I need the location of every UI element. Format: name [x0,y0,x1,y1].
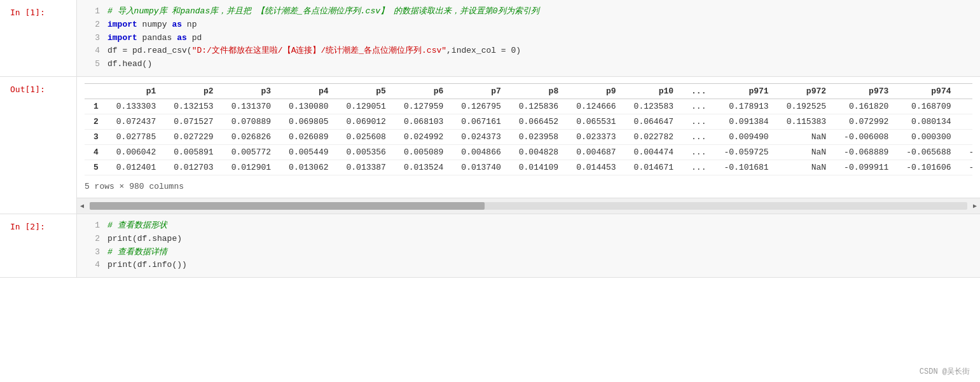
cell-1-p972: 0.192525 [778,99,835,114]
cell-4-p1: 0.006042 [107,144,165,160]
col-header-p973: p973 [835,83,897,99]
cell-2-p975: 0.085091 [960,114,972,129]
line-code-3: import pandas as pd [107,32,202,45]
cell-1-p971: 0.178913 [715,99,777,114]
cell-2-p3: 0.070889 [223,114,280,129]
code-block-2: 1 # 查看数据形状 2 print(df.shape) 3 # 查看数据详情 … [77,214,980,277]
cell-4-p5: 0.005356 [338,144,395,160]
cell-content-in2: 1 # 查看数据形状 2 print(df.shape) 3 # 查看数据详情 … [76,214,980,277]
line-num-3: 3 [85,32,100,45]
cell-3-p9: 0.023373 [567,129,625,144]
row-idx-3: 3 [85,129,107,144]
cell-3-p971: 0.009490 [715,129,777,144]
code-line-1: 1 # 导入numpy库 和pandas库，并且把 【统计潮差_各点位潮位序列.… [85,5,972,18]
cell-4-p7: 0.004866 [452,144,509,160]
cell-3-p7: 0.024373 [452,129,509,144]
scrollbar-track[interactable] [90,202,967,210]
table-row: 5 0.012401 0.012703 0.012901 0.013062 0.… [85,160,972,175]
line-num-22: 2 [85,233,100,246]
cell-3-p6: 0.024992 [395,129,452,144]
cell-4-ellipsis: ... [682,144,715,160]
cell-input-1: In [1]: 1 # 导入numpy库 和pandas库，并且把 【统计潮差_… [0,0,980,77]
line-code-4: df = pd.read_csv("D:/文件都放在这里啦/【A连接】/统计潮差… [107,44,521,58]
cell-5-p972: NaN [778,160,835,175]
line-code-2: import numpy as np [107,18,197,32]
cell-2-p2: 0.071527 [165,114,222,129]
cell-3-p972: NaN [778,129,835,144]
cell-4-p6: 0.005089 [395,144,452,160]
cell-content-in1: 1 # 导入numpy库 和pandas库，并且把 【统计潮差_各点位潮位序列.… [76,0,980,76]
col-header-p5: p5 [338,83,395,99]
cell-3-p974: 0.000300 [897,129,960,144]
cell-3-ellipsis: ... [682,129,715,144]
cell-2-p6: 0.068103 [395,114,452,129]
cell-3-p8: 0.023958 [510,129,567,144]
scroll-right-arrow[interactable]: ▶ [970,201,980,211]
code-line-24: 4 print(df.info()) [85,259,972,272]
col-header-p10: p10 [625,83,682,99]
cell-5-p9: 0.014453 [567,160,625,175]
cell-1-p4: 0.130080 [280,99,337,114]
cell-1-p5: 0.129051 [338,99,395,114]
cell-2-p1: 0.072437 [107,114,165,129]
horizontal-scrollbar[interactable]: ◀ ▶ [77,198,980,214]
cell-2-p4: 0.069805 [280,114,337,129]
cell-5-p973: -0.099911 [835,160,897,175]
cell-4-p8: 0.004828 [510,144,567,160]
code-line-2: 2 import numpy as np [85,18,972,32]
cell-1-p1: 0.133303 [107,99,165,114]
cell-5-p5: 0.013387 [338,160,395,175]
table-row: 2 0.072437 0.071527 0.070889 0.069805 0.… [85,114,972,129]
line-code-1: # 导入numpy库 和pandas库，并且把 【统计潮差_各点位潮位序列.cs… [107,5,539,18]
col-header-p9: p9 [567,83,625,99]
cell-5-p975: -0.103944 [960,160,972,175]
scroll-left-arrow[interactable]: ◀ [77,201,87,211]
cell-2-p973: 0.072992 [835,114,897,129]
line-num-21: 1 [85,219,100,233]
col-header-p8: p8 [510,83,567,99]
col-header-p974: p974 [897,83,960,99]
cell-label-in1: In [1]: [0,0,76,76]
cell-3-p975: 0.004104 [960,129,972,144]
row-idx-4: 4 [85,144,107,160]
cell-2-p5: 0.069012 [338,114,395,129]
cell-content-out1: p1 p2 p3 p4 p5 p6 p7 p8 p9 p10 ... [76,77,980,214]
line-code-24: print(df.info()) [107,259,187,272]
cell-1-p7: 0.126795 [452,99,509,114]
cell-2-p9: 0.065531 [567,114,625,129]
cell-4-p9: 0.004687 [567,144,625,160]
table-header-row: p1 p2 p3 p4 p5 p6 p7 p8 p9 p10 ... [85,83,972,99]
cell-3-p973: -0.006008 [835,129,897,144]
cell-5-p974: -0.101606 [897,160,960,175]
cell-4-p974: -0.065688 [897,144,960,160]
col-header-p6: p6 [395,83,452,99]
row-idx-5: 5 [85,160,107,175]
row-idx-2: 2 [85,114,107,129]
cell-1-p10: 0.123583 [625,99,682,114]
cell-5-p10: 0.014671 [625,160,682,175]
col-header-p975: p975 [960,83,972,99]
line-num-5: 5 [85,58,100,71]
cell-input-2: In [2]: 1 # 查看数据形状 2 print(df.shape) 3 #… [0,214,980,278]
cell-5-p2: 0.012703 [165,160,222,175]
cell-5-p4: 0.013062 [280,160,337,175]
cell-4-p4: 0.005449 [280,144,337,160]
line-num-4: 4 [85,44,100,58]
col-header-p7: p7 [452,83,509,99]
cell-1-p973: 0.161820 [835,99,897,114]
cell-1-p3: 0.131370 [223,99,280,114]
cell-1-ellipsis: ... [682,99,715,114]
code-line-3: 3 import pandas as pd [85,32,972,45]
scrollbar-thumb[interactable] [90,202,485,210]
cell-4-p10: 0.004474 [625,144,682,160]
col-header-p971: p971 [715,83,777,99]
cell-5-p1: 0.012401 [107,160,165,175]
cell-4-p971: -0.059725 [715,144,777,160]
col-header-p3: p3 [223,83,280,99]
line-code-21: # 查看数据形状 [107,219,167,233]
line-num-23: 3 [85,246,100,259]
output-block-1: p1 p2 p3 p4 p5 p6 p7 p8 p9 p10 ... [77,77,980,198]
cell-3-p10: 0.022782 [625,129,682,144]
cell-2-p972: 0.115383 [778,114,835,129]
line-num-24: 4 [85,259,100,272]
